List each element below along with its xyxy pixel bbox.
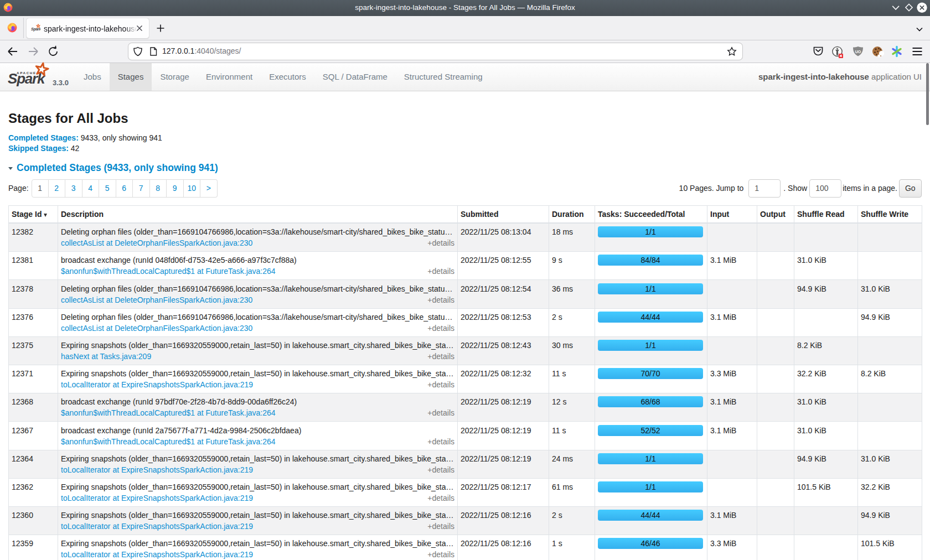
svg-text:UO: UO [855, 50, 861, 54]
